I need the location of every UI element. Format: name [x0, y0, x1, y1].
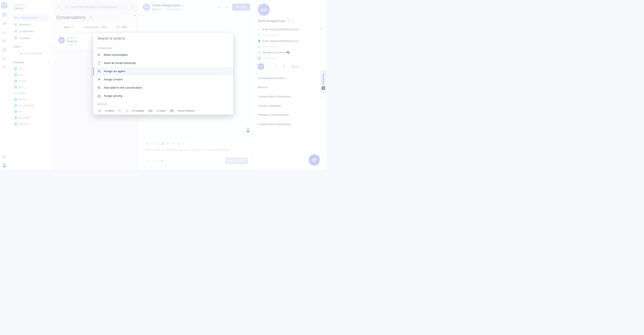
- enter-key-icon: ↵: [98, 109, 102, 112]
- palette-footer: ↵to select ↓ ↑to navigate escto close ⌫m…: [93, 107, 234, 115]
- tag-icon: [98, 86, 101, 89]
- palette-search[interactable]: [93, 33, 234, 44]
- palette-group-conversation: Conversation: [93, 44, 234, 51]
- command-palette: Conversation Mute conversation Send an e…: [93, 33, 234, 115]
- upload-icon: [98, 62, 101, 64]
- svg-point-22: [98, 79, 99, 80]
- svg-point-20: [98, 70, 100, 71]
- palette-group-general: General: [93, 100, 234, 107]
- palette-item-add-label[interactable]: Add label to the conversation: [93, 84, 234, 92]
- palette-item-assign-team[interactable]: Assign a team: [93, 76, 234, 84]
- svg-point-23: [99, 79, 100, 80]
- priority-icon: [98, 94, 101, 98]
- up-key-icon: ↑: [125, 109, 128, 112]
- palette-item-mute[interactable]: Mute conversation: [93, 51, 234, 59]
- backspace-key-icon: ⌫: [169, 109, 174, 112]
- palette-item-assign-agent[interactable]: Assign an agent: [93, 67, 234, 76]
- palette-search-input[interactable]: [98, 36, 229, 40]
- down-key-icon: ↓: [118, 109, 122, 112]
- agent-icon: [98, 70, 101, 73]
- mute-icon: [98, 53, 101, 56]
- esc-key: esc: [148, 109, 154, 112]
- palette-item-transcript[interactable]: Send an email transcript: [93, 59, 234, 67]
- team-icon: [98, 78, 101, 81]
- svg-point-24: [98, 87, 99, 87]
- palette-item-priority[interactable]: Assign priority: [93, 92, 234, 100]
- svg-point-21: [100, 72, 100, 72]
